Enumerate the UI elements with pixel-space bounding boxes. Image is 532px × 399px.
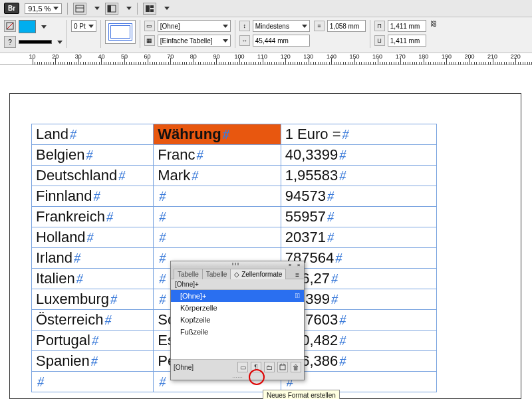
ruler-label: 190 — [442, 53, 452, 60]
tab-tables-2[interactable]: Tabelle — [202, 269, 231, 279]
min-height-field[interactable]: 1,058 mm — [327, 20, 366, 32]
table-row[interactable]: Deutschland#Mark#1,95583# — [32, 166, 437, 186]
table-cell[interactable]: Deutschland# — [32, 166, 154, 186]
stroke-weight-value: 0 Pt — [74, 23, 86, 30]
panel-new-style-button[interactable] — [277, 362, 288, 372]
table-cell[interactable]: # — [154, 186, 281, 207]
stroke-weight-field[interactable]: 0 Pt — [71, 20, 96, 32]
cell-style-icon: ▭ — [144, 21, 155, 31]
table-cell[interactable]: Land# — [32, 124, 154, 145]
table-cell[interactable]: 1,95583# — [281, 166, 436, 186]
tab-tables-1[interactable]: Tabelle — [174, 269, 203, 279]
col-width-icon: ↔ — [239, 35, 250, 46]
panel-list-item[interactable]: Körperzelle — [171, 302, 304, 314]
separator — [140, 20, 140, 48]
chevron-down-icon — [302, 25, 307, 28]
ruler-label: 10 — [29, 53, 36, 60]
table-cell[interactable]: Finnland# — [32, 186, 154, 207]
panel-flyout-menu[interactable]: ≡ — [293, 271, 301, 279]
panel-close-button[interactable]: × — [295, 262, 302, 266]
fill-swatch[interactable] — [19, 20, 36, 33]
ruler-label: 80 — [190, 53, 197, 60]
table-cell[interactable]: 1 Euro =# — [281, 124, 436, 145]
view-options-button[interactable] — [73, 3, 86, 15]
table-row[interactable]: Finnland##94573# — [32, 186, 437, 207]
table-cell[interactable]: Belgien# — [32, 145, 154, 166]
zoom-field[interactable]: 91,5 % — [25, 3, 62, 14]
ruler-label: 200 — [464, 53, 474, 60]
col-width-field[interactable]: 45,444 mm — [253, 35, 310, 47]
toolbar-separator — [67, 3, 68, 15]
ruler-label: 110 — [257, 53, 267, 60]
table-cell[interactable]: Holland# — [32, 227, 154, 248]
table-cell[interactable]: Währung# — [154, 124, 281, 145]
table-row[interactable]: Land#Währung#1 Euro =# — [32, 124, 437, 145]
table-cell[interactable]: Irland# — [32, 248, 154, 269]
help-icon[interactable]: ? — [4, 36, 16, 48]
row-height-mode[interactable]: Mindestens — [253, 20, 310, 32]
toolbar-separator — [137, 3, 138, 15]
table-cell[interactable]: 94573# — [281, 186, 436, 207]
ruler-label: 50 — [121, 53, 128, 60]
inset-field-2[interactable]: 1,411 mm — [388, 35, 426, 47]
cell-style-value: [Ohne] — [160, 23, 180, 30]
panel-list-item[interactable]: Kopfzeile — [171, 314, 304, 326]
cell-styles-panel[interactable]: « × Tabelle Tabelle ◇ Zellenformate ≡ [O… — [170, 261, 305, 380]
chevron-down-icon — [53, 7, 59, 10]
table-cell[interactable]: # — [154, 227, 281, 248]
table-row[interactable]: Belgien#Franc#40,3399# — [32, 145, 437, 166]
table-cell[interactable]: Franc# — [154, 145, 281, 166]
svg-rect-6 — [150, 9, 154, 12]
tooltip: Neues Format erstellen — [263, 390, 340, 399]
link-insets-icon[interactable]: ⛓ — [430, 20, 437, 44]
arrange-button[interactable] — [143, 3, 156, 15]
table-style-icon: ▦ — [144, 35, 155, 46]
table-style-dropdown[interactable]: [Einfache Tabelle] — [158, 35, 231, 47]
ruler-label: 130 — [303, 53, 313, 60]
table-row[interactable]: Holland##20371# — [32, 227, 437, 248]
table-cell[interactable]: Österreich# — [32, 310, 154, 331]
table-cell[interactable]: 40,3399# — [281, 145, 436, 166]
horizontal-ruler: 1020304050607080901001101201301401501601… — [0, 53, 532, 65]
tab-cell-formats[interactable]: ◇ Zellenformate — [230, 269, 286, 279]
inset-field-1[interactable]: 1,411 mm — [388, 20, 426, 32]
panel-collapse-button[interactable]: « — [287, 262, 293, 266]
panel-delete-button[interactable]: 🗑 — [291, 362, 301, 372]
row-height-icon: ↕ — [239, 21, 250, 31]
table-cell[interactable]: Frankreich# — [32, 207, 154, 227]
app-toolbar: Br 91,5 % — [0, 0, 532, 17]
control-panel: ? 0 Pt ▭ [Ohne] ▦ [Einfache Tabelle] — [0, 17, 532, 53]
separator — [100, 20, 101, 48]
panel-list-item[interactable]: [Ohne]+✎⃠ — [171, 290, 304, 302]
table-cell[interactable]: # — [154, 207, 281, 227]
inset-bottom-icon: ⊔ — [374, 35, 385, 46]
panel-tabs: Tabelle Tabelle ◇ Zellenformate ≡ — [171, 267, 304, 279]
ruler-label: 30 — [75, 53, 82, 60]
bridge-button[interactable]: Br — [4, 3, 19, 14]
swap-fill-stroke-icon[interactable] — [4, 20, 16, 32]
panel-group-button[interactable]: ▭ — [237, 362, 248, 372]
panel-current-style: [Ohne]+ — [171, 279, 304, 290]
table-cell[interactable]: Luxemburg# — [32, 289, 154, 310]
panel-folder-button[interactable]: 🗀 — [264, 362, 275, 372]
stroke-swatch[interactable] — [19, 40, 52, 44]
table-cell[interactable]: Mark# — [154, 166, 281, 186]
panel-clear-button[interactable]: ¶ — [251, 362, 261, 372]
panel-titlebar[interactable]: « × — [171, 261, 304, 267]
panel-list-item[interactable]: Fußzeile — [171, 326, 304, 338]
panel-style-list[interactable]: [Ohne]+✎⃠KörperzelleKopfzeileFußzeile — [171, 290, 304, 359]
table-cell[interactable]: Italien# — [32, 269, 154, 289]
table-cell[interactable]: 55957# — [281, 207, 436, 227]
cell-style-dropdown[interactable]: [Ohne] — [158, 20, 231, 32]
table-cell[interactable]: Spanien# — [32, 351, 154, 372]
stepper-icon[interactable]: ≡ — [314, 21, 325, 31]
table-cell-empty[interactable]: # — [32, 372, 154, 392]
ruler-label: 160 — [372, 53, 382, 60]
panel-resize-grip[interactable]: ⋯⋯ — [171, 374, 304, 380]
screen-mode-button[interactable] — [105, 3, 118, 15]
table-cell[interactable]: Portugal# — [32, 331, 154, 351]
tab-cell-formats-label: Zellenformate — [241, 271, 282, 278]
cell-stroke-proxy[interactable] — [105, 20, 136, 44]
table-cell[interactable]: 20371# — [281, 227, 436, 248]
table-row[interactable]: Frankreich##55957# — [32, 207, 437, 227]
